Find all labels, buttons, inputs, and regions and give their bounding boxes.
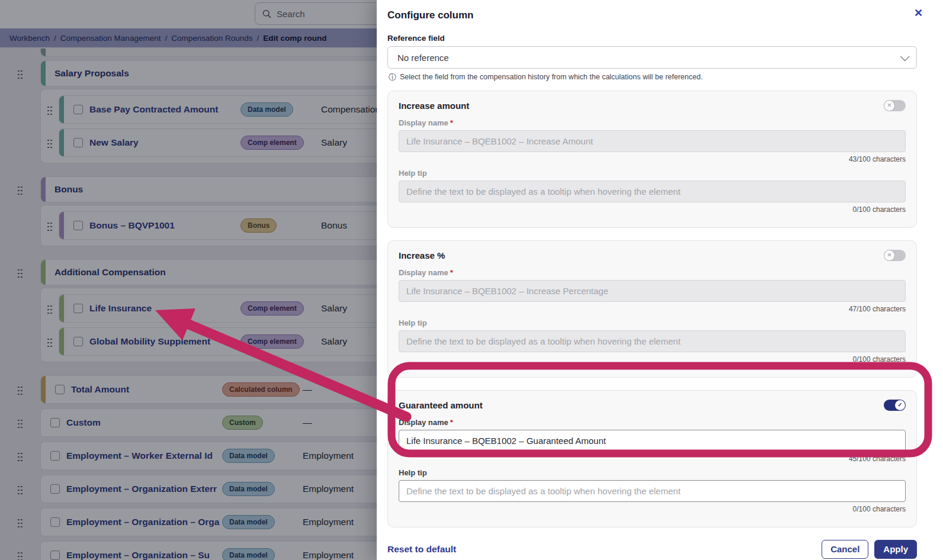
config-section-title: Increase amount (399, 101, 469, 111)
display-name-input (399, 130, 906, 152)
x-icon: ✕ (884, 101, 894, 111)
column-config-sections: Increase amount✕Display name*43/100 char… (387, 91, 917, 527)
config-section-disabled: Increase amount✕Display name*43/100 char… (387, 91, 917, 228)
character-counter: 45/100 characters (399, 455, 906, 463)
config-section-enabled: Guaranteed amount✓Display name*45/100 ch… (387, 390, 917, 527)
footer-buttons: Cancel Apply (822, 540, 917, 559)
config-section-header: Increase amount✕ (399, 100, 906, 111)
config-section-title: Guaranteed amount (399, 400, 483, 410)
help-tip-input (399, 330, 906, 352)
check-icon: ✓ (895, 400, 905, 410)
character-counter: 0/100 characters (399, 205, 906, 214)
help-tip-label: Help tip (399, 318, 906, 327)
help-tip-label: Help tip (399, 468, 906, 477)
modal-dim-overlay (0, 0, 379, 560)
reference-field-help: ⓘ Select the field from the compensation… (389, 73, 916, 82)
reset-to-default-link[interactable]: Reset to default (387, 544, 456, 555)
toggle-off[interactable]: ✕ (884, 100, 906, 111)
configure-column-panel: Configure column ✕ Reference field No re… (377, 0, 943, 560)
help-tip-input[interactable] (399, 480, 906, 502)
display-name-label-text: Display name (399, 118, 448, 127)
display-name-label: Display name* (399, 418, 906, 427)
display-name-label-text: Display name (399, 268, 448, 277)
required-asterisk: * (450, 268, 453, 277)
display-name-input[interactable] (399, 430, 906, 452)
panel-title: Configure column (387, 9, 917, 21)
toggle-on[interactable]: ✓ (884, 400, 906, 411)
display-name-label: Display name* (399, 268, 906, 277)
character-counter: 43/100 characters (399, 155, 906, 163)
toggle-off[interactable]: ✕ (884, 250, 906, 261)
apply-button[interactable]: Apply (874, 540, 917, 559)
required-asterisk: * (450, 418, 453, 427)
x-icon: ✕ (884, 250, 894, 260)
reference-field-help-text: Select the field from the compensation h… (400, 73, 703, 81)
display-name-input (399, 280, 906, 302)
required-asterisk: * (450, 118, 453, 127)
reference-field-value: No reference (397, 53, 449, 63)
config-section-title: Increase % (399, 250, 445, 260)
config-section-disabled: Increase %✕Display name*47/100 character… (387, 240, 917, 378)
character-counter: 0/100 characters (399, 355, 906, 363)
display-name-label: Display name* (399, 118, 906, 127)
character-counter: 0/100 characters (399, 505, 906, 513)
config-section-header: Guaranteed amount✓ (399, 400, 906, 411)
display-name-label-text: Display name (399, 418, 448, 427)
info-icon: ⓘ (389, 73, 396, 82)
config-section-header: Increase %✕ (399, 250, 906, 261)
help-tip-input (399, 181, 906, 202)
reference-field-select[interactable]: No reference (387, 46, 917, 69)
close-icon[interactable]: ✕ (914, 8, 923, 18)
chevron-down-icon (900, 52, 910, 61)
cancel-button[interactable]: Cancel (822, 540, 868, 559)
reference-field-label: Reference field (387, 34, 917, 43)
character-counter: 47/100 characters (399, 305, 906, 313)
panel-footer: Reset to default Cancel Apply (387, 540, 917, 559)
help-tip-label: Help tip (399, 169, 906, 178)
